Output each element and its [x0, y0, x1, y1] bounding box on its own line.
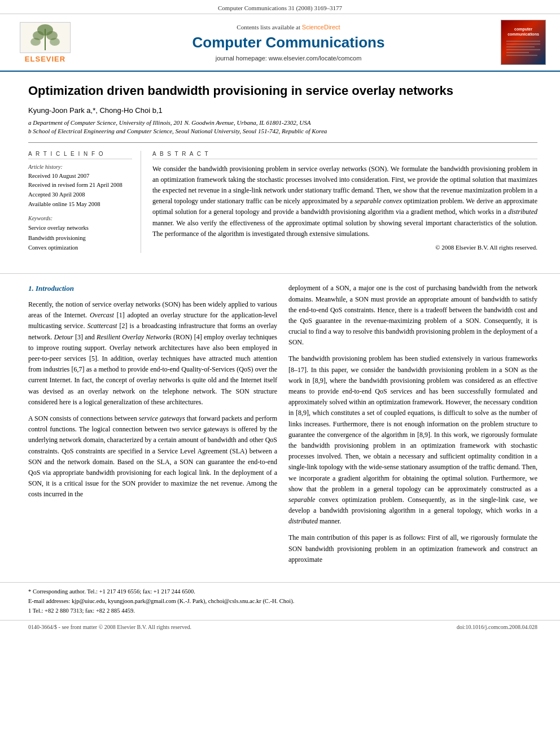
- journal-homepage: journal homepage: www.elsevier.com/locat…: [216, 55, 362, 62]
- body-content: 1. Introduction Recently, the notion of …: [0, 273, 560, 582]
- revised-date: Received in revised form 21 April 2008: [28, 181, 132, 190]
- copyright-text: © 2008 Elsevier B.V. All rights reserved…: [152, 244, 537, 251]
- keyword-3: Convex optimization: [28, 243, 132, 253]
- article-info-heading: A R T I C L E I N F O: [28, 151, 132, 159]
- elsevier-logo-area: ELSEVIER: [11, 20, 79, 65]
- right-para2: The bandwidth provisioning problem has b…: [288, 353, 537, 527]
- svg-point-5: [30, 38, 41, 46]
- available-date: Available online 15 May 2008: [28, 200, 132, 209]
- column-right: deployment of a SON, a major one is the …: [288, 283, 537, 571]
- article-dates: Received 10 August 2007 Received in revi…: [28, 172, 132, 209]
- abstract-section: A B S T R A C T We consider the bandwidt…: [152, 151, 537, 254]
- right-para1: deployment of a SON, a major one is the …: [288, 283, 537, 348]
- abstract-text: We consider the bandwidth provisioning p…: [152, 164, 537, 239]
- section1-heading: 1. Introduction: [28, 283, 277, 295]
- divider-1: [28, 142, 537, 143]
- svg-point-6: [50, 38, 60, 46]
- info-abstract-section: A R T I C L E I N F O Article history: R…: [28, 151, 537, 254]
- cover-title-line2: communications: [508, 32, 539, 37]
- journal-title: Computer Communications: [193, 34, 385, 51]
- journal-cover-area: computer communications: [498, 20, 549, 65]
- elsevier-logo: ELSEVIER: [20, 22, 71, 63]
- page: Computer Communications 31 (2008) 3169–3…: [0, 0, 560, 747]
- intro-para2: A SON consists of connections between se…: [28, 413, 277, 500]
- journal-title-area: Contents lists available at ScienceDirec…: [85, 20, 492, 65]
- history-label: Article history:: [28, 164, 132, 170]
- footer-doi: doi:10.1016/j.comcom.2008.04.028: [457, 624, 537, 630]
- elsevier-wordmark: ELSEVIER: [25, 55, 65, 63]
- column-left: 1. Introduction Recently, the notion of …: [28, 283, 277, 571]
- keywords-label: Keywords:: [28, 215, 132, 221]
- detected-word: framework: [197, 176, 227, 184]
- sciencedirect-link: Contents lists available at ScienceDirec…: [237, 24, 340, 30]
- affiliation-a: a Department of Computer Science, Univer…: [28, 119, 537, 126]
- article-content: Optimization driven bandwidth provisioni…: [0, 72, 560, 273]
- intro-para1: Recently, the notion of service overlay …: [28, 299, 277, 408]
- footnotes: * Corresponding author. Tel.: +1 217 419…: [0, 582, 560, 620]
- keywords-list: Service overlay networks Bandwidth provi…: [28, 223, 132, 254]
- article-authors: Kyung-Joon Park a,*, Chong-Ho Choi b,1: [28, 106, 537, 115]
- abstract-heading: A B S T R A C T: [152, 151, 537, 159]
- footnote-star: * Corresponding author. Tel.: +1 217 419…: [28, 587, 537, 597]
- article-title: Optimization driven bandwidth provisioni…: [28, 83, 537, 99]
- citation-bar: Computer Communications 31 (2008) 3169–3…: [0, 0, 560, 14]
- footer-left-text: 0140-3664/$ - see front matter © 2008 El…: [28, 624, 191, 630]
- elsevier-tree-logo: [20, 22, 71, 53]
- keyword-1: Service overlay networks: [28, 223, 132, 233]
- cover-title-line1: computer: [514, 27, 532, 32]
- affiliation-b: b School of Electrical Engineering and C…: [28, 128, 537, 134]
- footnote-email: E-mail addresses: kjp@uiuc.edu, kyungjoo…: [28, 597, 537, 606]
- journal-cover-image: computer communications: [501, 20, 546, 65]
- right-para3: The main contribution of this paper is a…: [288, 532, 537, 565]
- received-date: Received 10 August 2007: [28, 172, 132, 181]
- footer-bar: 0140-3664/$ - see front matter © 2008 El…: [0, 620, 560, 634]
- journal-header: ELSEVIER Contents lists available at Sci…: [0, 14, 560, 72]
- article-info: A R T I C L E I N F O Article history: R…: [28, 151, 141, 254]
- citation-text: Computer Communications 31 (2008) 3169–3…: [218, 5, 342, 11]
- sciencedirect-text[interactable]: ScienceDirect: [302, 24, 340, 30]
- accepted-date: Accepted 30 April 2008: [28, 190, 132, 200]
- footnote-one: 1 Tel.: +82 2 880 7313; fax: +82 2 885 4…: [28, 606, 537, 616]
- keyword-2: Bandwidth provisioning: [28, 233, 132, 243]
